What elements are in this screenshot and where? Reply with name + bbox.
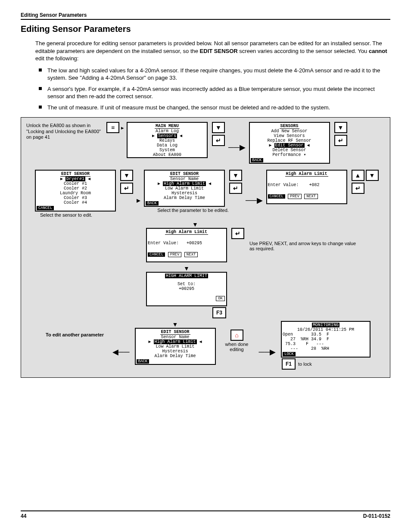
caption-select-param: Select the parameter to be edited.	[157, 208, 229, 213]
down-button[interactable]: ▼	[229, 170, 242, 181]
enter-icon: ↵	[233, 185, 238, 192]
enter-icon: ↵	[216, 137, 221, 144]
enter-button[interactable]: ↵	[229, 183, 242, 194]
arrow-icon: ▼	[192, 221, 198, 228]
down-button[interactable]: ▼	[366, 170, 379, 181]
screen-title: MAIN MENU	[155, 124, 180, 129]
menu-item-selected: Dryer#1	[65, 177, 85, 181]
enter-label: Enter Value:	[148, 241, 179, 246]
cancel-softkey[interactable]: CANCEL	[268, 194, 285, 199]
menu-item: Data Log	[157, 143, 177, 148]
screen-title: HIGH ALARM LIMIT	[165, 274, 208, 278]
enter-value: +00295	[187, 241, 202, 246]
menu-item: System	[159, 148, 175, 152]
home-icon: ⌂	[235, 332, 238, 339]
cancel-softkey[interactable]: CANCEL	[148, 252, 165, 257]
enter-button[interactable]: ↵	[334, 135, 347, 146]
caption-use-prev-next: Use PREV, NEXT, and arrow keys to change…	[249, 241, 361, 251]
menu-item: Low Alarm Limit	[156, 344, 195, 349]
arrow-icon: ──▶	[225, 143, 249, 152]
enter-icon: ↵	[235, 230, 240, 237]
home-button[interactable]: ⌂	[230, 330, 243, 341]
intro-c: screen varies according to the sensor se…	[238, 48, 369, 54]
menu-item: Relays	[159, 138, 175, 143]
prev-softkey[interactable]: PREV	[168, 252, 182, 257]
back-softkey[interactable]: BACK	[251, 158, 264, 162]
enter-button[interactable]: ↵	[212, 135, 225, 146]
menu-icon: ≡	[111, 124, 115, 131]
prev-softkey[interactable]: PREV	[288, 194, 302, 199]
high-alarm-entry2-screen: High Alarm Limit Enter Value: +00295 CAN…	[146, 228, 227, 262]
menu-item: Hysteresis	[171, 191, 197, 196]
edit-sensor-params2-screen: EDIT SENSOR Sensor Name ▶ High Alarm Lim…	[135, 328, 216, 365]
bullet-item: A sensor's type. For example, if a 4-20m…	[35, 85, 390, 100]
arrow-icon: ──▶	[255, 347, 280, 357]
monitoring-screen: MONITORING 10/26/2011 04:11:25 PM Open 3…	[281, 321, 371, 358]
page-footer: 44 D-011-0152	[21, 510, 390, 519]
menu-item: About EA800	[153, 152, 181, 157]
caption-when-done: when done editing	[222, 342, 252, 352]
menu-item: Performance	[272, 152, 301, 157]
caption-edit-another: To edit another parameter	[26, 321, 109, 338]
down-icon: ▼	[369, 172, 375, 179]
set-to-value: +00295	[179, 286, 194, 291]
down-button[interactable]: ▼	[334, 122, 347, 133]
caption-to-lock: to lock	[298, 361, 312, 367]
menu-item: Replace RF Sensor	[268, 138, 311, 143]
f1-key[interactable]: F1	[282, 358, 296, 370]
unlock-caption: Unlock the EA800 as shown in "Locking an…	[26, 122, 106, 140]
down-icon: ▼	[215, 124, 221, 131]
lock-softkey[interactable]: LOCK	[283, 352, 296, 356]
down-icon: ▼	[338, 124, 344, 131]
enter-value: +082	[309, 183, 320, 187]
enter-icon: ↵	[355, 185, 361, 192]
bullet-list: The low and high scaled values for a 4-2…	[35, 67, 390, 112]
next-softkey[interactable]: NEXT	[304, 194, 318, 199]
menu-item-selected: Edit Sensor	[274, 143, 305, 148]
up-icon: ▲	[355, 172, 361, 179]
reading-row: 27 %RH 34.9 F	[283, 337, 369, 342]
intro-paragraph: The general procedure for editing sensor…	[35, 40, 390, 62]
menu-item: Add New Sensor	[271, 129, 308, 134]
doc-number: D-011-0152	[363, 513, 390, 519]
page-title: Editing Sensor Parameters	[21, 24, 390, 34]
menu-button[interactable]: ≡	[106, 122, 119, 133]
back-softkey[interactable]: BACK	[137, 359, 149, 364]
enter-icon: ↵	[338, 137, 343, 144]
menu-item: Laundry Room	[60, 191, 91, 196]
high-alarm-entry-screen: High Alarm Limit Enter Value: +082 CANCE…	[266, 170, 347, 204]
ok-softkey[interactable]: OK	[216, 296, 225, 301]
screen-title: EDIT SENSOR	[160, 330, 190, 335]
down-icon: ▼	[124, 172, 130, 179]
reading-row: 75.3 F ---	[283, 342, 369, 346]
screen-title: High Alarm Limit	[165, 230, 208, 235]
edit-sensor-list-screen: EDIT SENSOR ▶ Dryer#1 ◀ Cooler #1 Cooler…	[35, 170, 116, 212]
menu-item-selected: High Alarm Limit	[163, 181, 206, 186]
menu-item: View Sensors	[274, 134, 305, 138]
edit-sensor-params-screen: EDIT SENSOR Sensor Name ▶ High Alarm Lim…	[144, 170, 225, 207]
down-button[interactable]: ▼	[120, 170, 133, 181]
next-softkey[interactable]: NEXT	[184, 252, 198, 257]
menu-item-selected: High Alarm Limit	[154, 339, 197, 344]
set-to-label: Set to:	[177, 282, 196, 286]
up-button[interactable]: ▲	[352, 170, 364, 181]
page-number: 44	[21, 513, 26, 519]
enter-button[interactable]: ↵	[352, 183, 364, 194]
cancel-softkey[interactable]: CANCEL	[37, 206, 54, 210]
reading-row: Open 33.5 F	[283, 332, 369, 337]
reading-row: --- 28 %RH	[283, 346, 369, 351]
menu-item: Sensor Name	[170, 177, 199, 181]
sensors-menu-screen: SENSORS Add New Sensor View Sensors Repl…	[249, 122, 330, 164]
back-softkey[interactable]: BACK	[146, 201, 159, 205]
caption-select-sensor: Select the sensor to edit.	[40, 212, 92, 218]
menu-item: Cooler #3	[64, 196, 87, 200]
f3-key[interactable]: F3	[212, 307, 226, 318]
enter-button[interactable]: ↵	[231, 228, 244, 239]
down-button[interactable]: ▼	[212, 122, 225, 133]
main-menu-screen: MAIN MENU Alarm Log ▶ Sensors ◀ Relays D…	[127, 122, 208, 158]
enter-button[interactable]: ↵	[120, 183, 133, 194]
down-icon: ▼	[233, 172, 239, 179]
timestamp: 10/26/2011 04:11:25 PM	[283, 327, 369, 332]
enter-label: Enter Value:	[268, 183, 299, 187]
screen-title: High Alarm Limit	[285, 171, 328, 177]
